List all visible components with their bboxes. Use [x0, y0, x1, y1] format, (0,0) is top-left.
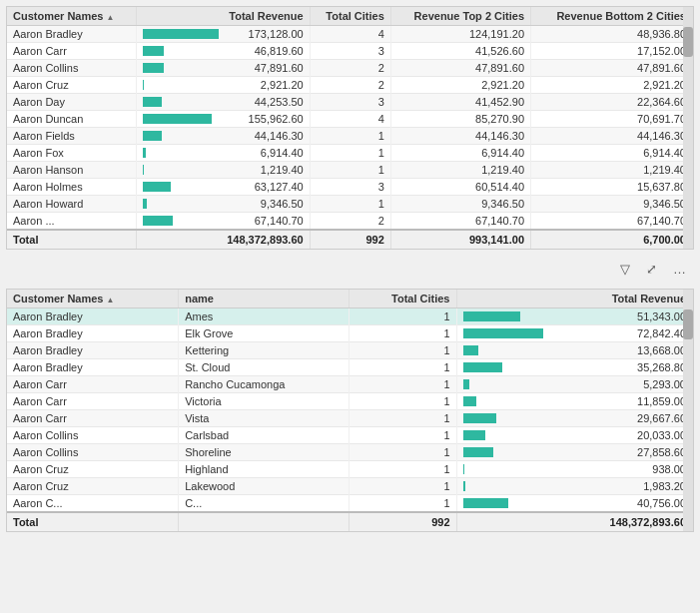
table2-cell-customer: Aaron C...: [7, 495, 179, 513]
table1: Customer Names ▲ Total Revenue Total Cit…: [7, 7, 693, 249]
table1-cell-cities: 2: [310, 77, 390, 94]
table2-cell-name: Kettering: [179, 342, 350, 359]
table1-cell-cities: 4: [310, 111, 390, 128]
revenue-bar: [143, 80, 144, 90]
table2-cell-revenue: 27,858.60: [456, 444, 693, 461]
table1-cell-cities: 1: [310, 196, 390, 213]
table1-row: Aaron Day44,253.50341,452.9022,364.60: [7, 94, 693, 111]
table2-footer-row: Total 992 148,372,893.60: [7, 512, 693, 531]
table1-cell-top2: 6,914.40: [390, 145, 530, 162]
table2-footer-empty: [179, 512, 350, 531]
table2-cell-revenue: 35,268.80: [456, 359, 693, 376]
table1-cell-name: Aaron Carr: [7, 43, 136, 60]
table1-cell-revenue: 9,346.50: [136, 196, 310, 213]
revenue-bar2: [463, 498, 508, 508]
revenue-bar2: [463, 396, 476, 406]
revenue-value: 155,962.60: [216, 113, 304, 125]
revenue-value2: 27,858.60: [497, 446, 687, 458]
table1-cell-top2: 41,526.60: [390, 43, 530, 60]
table1-header-row: Customer Names ▲ Total Revenue Total Cit…: [7, 7, 693, 26]
table1-cell-bottom2: 44,146.30: [531, 128, 693, 145]
table1-cell-top2: 124,191.20: [390, 26, 530, 43]
table1-row: Aaron Fox6,914.4016,914.406,914.40: [7, 145, 693, 162]
table2-cell-cities: 1: [349, 342, 456, 359]
table2-cell-revenue: 72,842.40: [456, 325, 693, 342]
table1-cell-name: Aaron Howard: [7, 196, 136, 213]
table1-cell-bottom2: 22,364.60: [531, 94, 693, 111]
table2-cell-customer: Aaron Bradley: [7, 325, 179, 342]
table2-scrollbar-thumb[interactable]: [683, 309, 693, 339]
table1-cell-revenue: 155,962.60: [136, 111, 310, 128]
table1-cell-name: Aaron Collins: [7, 60, 136, 77]
revenue-value2: 72,842.40: [547, 327, 687, 339]
more-button[interactable]: …: [669, 260, 690, 279]
col2-total-cities: Total Cities: [349, 290, 456, 308]
table2-scrollbar[interactable]: [683, 290, 693, 531]
table2-cell-cities: 1: [349, 393, 456, 410]
table1-cell-revenue: 1,219.40: [136, 162, 310, 179]
col-revenue-top2: Revenue Top 2 Cities: [390, 7, 530, 26]
table1-cell-top2: 60,514.40: [390, 179, 530, 196]
table2-cell-name: Carlsbad: [179, 427, 350, 444]
expand-button[interactable]: ⤢: [642, 260, 661, 279]
filter-button[interactable]: ▽: [616, 260, 634, 279]
table2-container: Customer Names ▲ name Total Cities Total…: [6, 289, 694, 532]
revenue-bar: [143, 216, 173, 226]
table2-row: Aaron BradleyElk Grove172,842.40: [7, 325, 693, 342]
table2-cell-name: Highland: [179, 461, 350, 478]
revenue-value: 46,819.60: [168, 45, 304, 57]
table1-cell-top2: 44,146.30: [390, 128, 530, 145]
table2-cell-customer: Aaron Carr: [7, 393, 179, 410]
revenue-bar2: [463, 311, 520, 321]
table1-cell-bottom2: 15,637.80: [531, 179, 693, 196]
table1-wrapper: Customer Names ▲ Total Revenue Total Cit…: [7, 7, 693, 249]
table2: Customer Names ▲ name Total Cities Total…: [7, 290, 693, 531]
table1-cell-top2: 1,219.40: [390, 162, 530, 179]
table1-cell-bottom2: 70,691.70: [531, 111, 693, 128]
table1-cell-top2: 41,452.90: [390, 94, 530, 111]
table2-cell-revenue: 40,756.00: [456, 495, 693, 513]
revenue-value2: 13,668.00: [482, 344, 687, 356]
table2-row: Aaron CarrVista129,667.60: [7, 410, 693, 427]
table1-scrollbar-thumb[interactable]: [683, 27, 693, 57]
table2-cell-name: Victoria: [179, 393, 350, 410]
table1-cell-revenue: 47,891.60: [136, 60, 310, 77]
table1-cell-bottom2: 17,152.00: [531, 43, 693, 60]
table2-cell-revenue: 1,983.20: [456, 478, 693, 495]
table2-row: Aaron CruzHighland1938.00: [7, 461, 693, 478]
table2-cell-customer: Aaron Cruz: [7, 461, 179, 478]
table1-cell-cities: 1: [310, 162, 390, 179]
table1-footer-revenue: 148,372,893.60: [136, 230, 310, 249]
table2-cell-cities: 1: [349, 427, 456, 444]
table2-footer-cities: 992: [349, 512, 456, 531]
revenue-bar2: [463, 430, 485, 440]
table1-footer-row: Total 148,372,893.60 992 993,141.00 6,70…: [7, 230, 693, 249]
table2-cell-name: Elk Grove: [179, 325, 350, 342]
table1-cell-name: Aaron ...: [7, 213, 136, 231]
revenue-bar: [143, 46, 164, 56]
table2-cell-name: Lakewood: [179, 478, 350, 495]
revenue-bar: [143, 131, 162, 141]
revenue-value2: 40,756.00: [512, 497, 687, 509]
table2-cell-cities: 1: [349, 410, 456, 427]
table1-cell-revenue: 44,146.30: [136, 128, 310, 145]
table1-row: Aaron Howard9,346.5019,346.509,346.50: [7, 196, 693, 213]
table1-cell-top2: 47,891.60: [390, 60, 530, 77]
revenue-bar: [143, 148, 146, 158]
table1-cell-revenue: 44,253.50: [136, 94, 310, 111]
revenue-value: 6,914.40: [150, 147, 304, 159]
table1-row: Aaron Bradley173,128.004124,191.2048,936…: [7, 26, 693, 43]
table1-scrollbar[interactable]: [683, 7, 693, 249]
revenue-value2: 11,859.00: [480, 395, 687, 407]
table1-cell-name: Aaron Cruz: [7, 77, 136, 94]
table1-cell-revenue: 63,127.40: [136, 179, 310, 196]
table2-cell-name: Shoreline: [179, 444, 350, 461]
table2-cell-cities: 1: [349, 495, 456, 513]
table2-cell-name: Rancho Cucamonga: [179, 376, 350, 393]
toolbar: ▽ ⤢ …: [6, 258, 694, 281]
table2-cell-customer: Aaron Bradley: [7, 308, 179, 325]
table1-cell-revenue: 2,921.20: [136, 77, 310, 94]
revenue-value2: 20,033.00: [489, 429, 687, 441]
table1-cell-name: Aaron Day: [7, 94, 136, 111]
table2-cell-revenue: 938.00: [456, 461, 693, 478]
